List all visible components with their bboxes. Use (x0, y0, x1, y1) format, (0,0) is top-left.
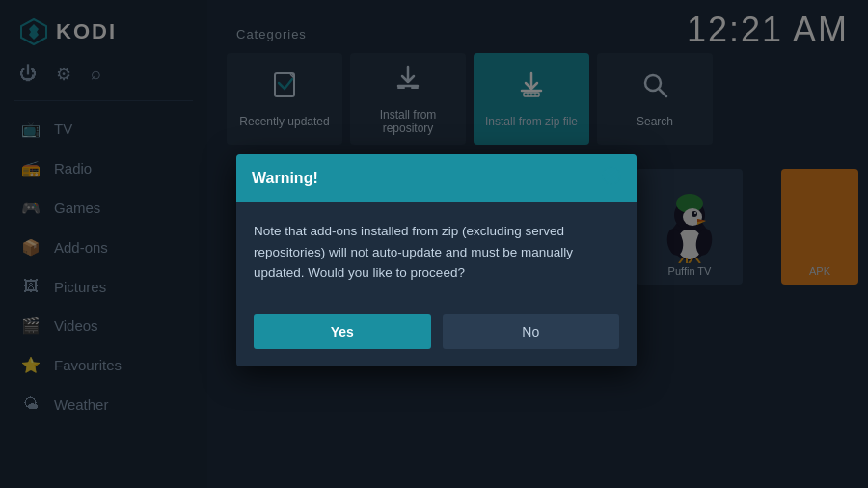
close-icon[interactable] (602, 166, 621, 190)
yes-button[interactable]: Yes (254, 314, 431, 349)
svg-marker-25 (606, 170, 617, 181)
warning-dialog: Warning! Note that add-ons installed fro… (236, 154, 637, 366)
warning-message: Note that add-ons installed from zip (ex… (254, 224, 573, 280)
no-button[interactable]: No (443, 314, 620, 349)
warning-header: Warning! (236, 154, 637, 202)
warning-buttons: Yes No (236, 303, 637, 366)
warning-body: Note that add-ons installed from zip (ex… (236, 202, 637, 303)
warning-title: Warning! (252, 170, 318, 187)
